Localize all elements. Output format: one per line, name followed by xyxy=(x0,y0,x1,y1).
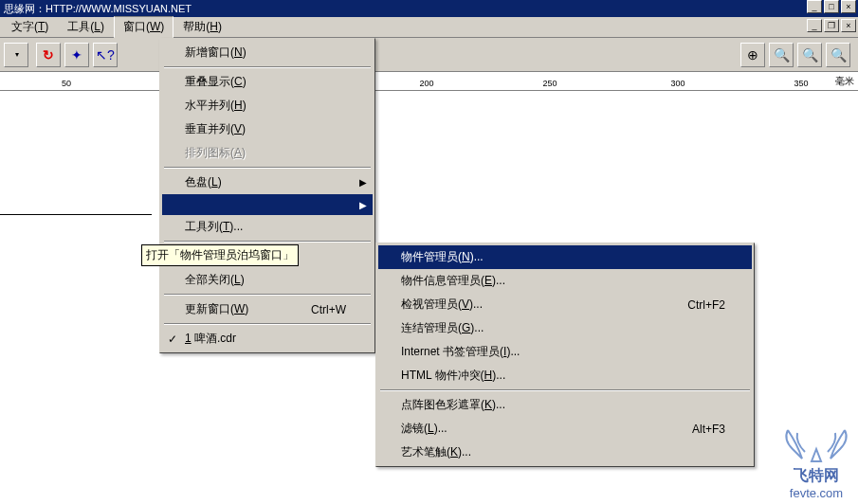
menu-help[interactable]: 帮助(H) xyxy=(173,16,231,38)
wings-icon xyxy=(778,425,854,463)
maximize-button[interactable]: □ xyxy=(824,0,839,13)
menu-cascade[interactable]: 重叠显示(C) xyxy=(162,70,373,94)
submenu-html-conflict[interactable]: HTML 物件冲突(H)... xyxy=(378,364,752,387)
tooltip-text: 打开「物件管理员泊坞窗口」 xyxy=(146,248,294,261)
help-pointer-icon: ↖? xyxy=(96,47,115,63)
zoom-selection-button[interactable]: 🔍 xyxy=(797,43,822,67)
sparkle-icon: ✦ xyxy=(71,47,82,63)
menu-dockers[interactable]: ▶ xyxy=(162,194,373,215)
separator xyxy=(380,389,750,391)
separator xyxy=(164,66,371,68)
help-pointer-button[interactable]: ↖? xyxy=(93,43,118,67)
menu-close-all[interactable]: 全部关闭(L) xyxy=(162,268,373,292)
titlebar-buttons: _ □ × xyxy=(807,0,858,17)
mdi-buttons: _ ❐ × xyxy=(807,19,856,32)
zoom-page-icon: 🔍 xyxy=(831,47,847,63)
zoom-fit-icon: ⊕ xyxy=(747,47,758,63)
submenu-artistic-media[interactable]: 艺术笔触(K)... xyxy=(378,441,752,464)
submenu-lens[interactable]: 滤镜(L)...Alt+F3 xyxy=(378,417,752,441)
ruler-tick: 200 xyxy=(419,79,433,88)
ruler-tick: 350 xyxy=(794,79,808,88)
menu-toolbars[interactable]: 工具列(T)... xyxy=(162,215,373,239)
tool-dropdown-button[interactable]: ▾ xyxy=(4,43,28,67)
ruler-unit: 毫米 xyxy=(835,75,854,88)
tooltip: 打开「物件管理员泊坞窗口」 xyxy=(141,244,299,266)
submenu-bitmap-color-mask[interactable]: 点阵图色彩遮罩(K)... xyxy=(378,393,752,417)
menu-tile-vertical[interactable]: 垂直并列(V) xyxy=(162,117,373,141)
check-icon: ✓ xyxy=(168,333,177,346)
close-button[interactable]: × xyxy=(841,0,856,13)
mdi-minimize-button[interactable]: _ xyxy=(807,19,822,32)
ruler-tick: 250 xyxy=(542,79,557,88)
refresh-button[interactable]: ↻ xyxy=(36,43,61,67)
submenu-object-manager[interactable]: 物件管理员(N)... xyxy=(378,245,752,269)
dockers-submenu: 物件管理员(N)... 物件信息管理员(E)... 检视管理员(V)...Ctr… xyxy=(375,243,755,467)
minimize-button[interactable]: _ xyxy=(807,0,822,13)
watermark-text-1: 飞特网 xyxy=(778,466,854,486)
menu-tools[interactable]: 工具(L) xyxy=(58,16,114,38)
toolbar: ▾ ↻ ✦ ↖? ⊕ 🔍 🔍 🔍 xyxy=(0,38,858,72)
menu-color-palette[interactable]: 色盘(L)▶ xyxy=(162,171,373,194)
title-bar-text: 思缘网：HTTP://WWW.MISSYUAN.NET xyxy=(4,0,192,17)
mdi-restore-button[interactable]: ❐ xyxy=(824,19,839,32)
submenu-internet-bookmark[interactable]: Internet 书签管理员(I)... xyxy=(378,340,752,364)
effects-button[interactable]: ✦ xyxy=(64,43,89,67)
menu-tile-horizontal[interactable]: 水平并列(H) xyxy=(162,94,373,117)
zoom-in-button[interactable]: 🔍 xyxy=(769,43,794,67)
ruler-tick: 300 xyxy=(670,79,685,88)
menu-refresh-window[interactable]: 更新窗口(W)Ctrl+W xyxy=(162,297,373,321)
menu-bar: 文字(T) 工具(L) 窗口(W) 帮助(H) xyxy=(0,17,858,38)
submenu-arrow-icon: ▶ xyxy=(359,200,367,210)
separator xyxy=(164,294,371,296)
menu-text[interactable]: 文字(T) xyxy=(2,16,58,38)
menu-doc-1[interactable]: ✓1 啤酒.cdr xyxy=(162,327,373,351)
chevron-down-icon: ▾ xyxy=(15,50,19,59)
title-bar: 思缘网：HTTP://WWW.MISSYUAN.NET _ □ × xyxy=(0,0,858,17)
window-dropdown: 新增窗口(N) 重叠显示(C) 水平并列(H) 垂直并列(V) 排列图标(A) … xyxy=(159,38,375,353)
separator xyxy=(164,241,371,243)
zoom-fit-button[interactable]: ⊕ xyxy=(740,43,765,67)
horizontal-ruler: 50 200 250 300 350 毫米 xyxy=(0,72,858,91)
submenu-link-manager[interactable]: 连结管理员(G)... xyxy=(378,316,752,340)
mdi-close-button[interactable]: × xyxy=(841,19,856,32)
watermark: 飞特网 fevte.com xyxy=(778,425,854,500)
watermark-text-2: fevte.com xyxy=(778,486,854,500)
horizontal-line xyxy=(0,214,152,215)
submenu-arrow-icon: ▶ xyxy=(359,177,367,188)
separator xyxy=(164,167,371,169)
refresh-icon: ↻ xyxy=(43,47,54,63)
ruler-tick: 50 xyxy=(62,79,71,88)
zoom-page-button[interactable]: 🔍 xyxy=(826,43,850,67)
menu-window[interactable]: 窗口(W) xyxy=(114,16,173,38)
zoom-in-icon: 🔍 xyxy=(774,47,790,63)
menu-new-window[interactable]: 新增窗口(N) xyxy=(162,41,373,64)
separator xyxy=(164,323,371,325)
submenu-object-data[interactable]: 物件信息管理员(E)... xyxy=(378,269,752,293)
menu-arrange-icons: 排列图标(A) xyxy=(162,141,373,165)
zoom-selection-icon: 🔍 xyxy=(802,47,818,63)
submenu-view-manager[interactable]: 检视管理员(V)...Ctrl+F2 xyxy=(378,293,752,316)
